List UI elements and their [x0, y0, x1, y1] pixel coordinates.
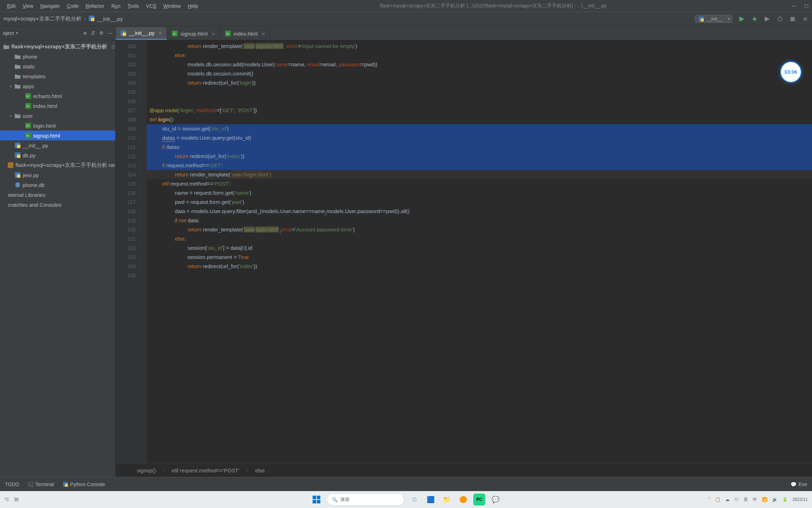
debug-button[interactable] — [751, 16, 758, 22]
clock[interactable]: 2022/11 — [793, 497, 808, 502]
tree-item-templates[interactable]: templates — [0, 71, 115, 81]
menu-vcs[interactable]: VCS — [142, 3, 160, 9]
tree-item-echarts-html[interactable]: Hecharts.html — [0, 91, 115, 101]
event-log[interactable]: Eve — [799, 482, 807, 487]
fold-column[interactable] — [140, 40, 147, 464]
chevron-up-icon[interactable]: ˄ — [708, 497, 710, 502]
system-tray[interactable]: ˄ 📋 ☁ 🛡 英 中 📶 🔊 🔋 2022/11 — [708, 497, 808, 503]
edge-icon[interactable]: 🟦 — [425, 494, 437, 506]
ime-mode[interactable]: 中 — [753, 497, 757, 503]
taskbar-search[interactable]: 🔍 搜索 — [327, 494, 404, 506]
breadcrumb-file[interactable]: __init__.py — [97, 16, 123, 22]
stop-button[interactable] — [789, 16, 796, 22]
start-button[interactable] — [310, 494, 322, 506]
todo-tool-window[interactable]: TODO — [5, 482, 19, 487]
tree-item-login-html[interactable]: Hlogin.html — [0, 121, 115, 131]
onedrive-icon[interactable]: ☁ — [725, 497, 730, 502]
svg-rect-13 — [791, 17, 795, 21]
task-view-button[interactable]: ⧉ — [408, 494, 420, 506]
svg-rect-43 — [65, 484, 68, 487]
menu-view[interactable]: View — [19, 3, 37, 9]
project-tree[interactable]: flask+mysql+scrapy+京东二手手机分析 D:\2022 phon… — [0, 40, 115, 477]
tab-__init__-py[interactable]: __init__.py× — [116, 27, 167, 40]
close-tab-icon[interactable]: × — [159, 30, 162, 36]
taskbar-weather[interactable]: °C朗 — [4, 497, 19, 503]
python-icon — [63, 482, 68, 487]
security-icon[interactable]: 🛡 — [734, 497, 739, 502]
project-tab-label[interactable]: oject — [3, 30, 14, 36]
editor-breadcrumbs[interactable]: signup()›elif request.method=='POST'›els… — [116, 464, 812, 477]
settings-icon[interactable]: ⚙ — [99, 30, 104, 36]
line-number-gutter[interactable]: 1001011021031041051061071081091101111121… — [116, 40, 140, 464]
event-log-icon[interactable]: 💬 — [791, 482, 796, 487]
tree-item-static[interactable]: static — [0, 61, 115, 71]
python-icon — [699, 17, 704, 22]
crumb-1[interactable]: elif request.method=='POST' — [172, 467, 239, 473]
tree-item-apps[interactable]: ▾apps — [0, 81, 115, 91]
code-content[interactable]: return render_template('user/signup.html… — [147, 40, 812, 464]
menu-tools[interactable]: Tools — [124, 3, 143, 9]
project-root-label: flask+mysql+scrapy+京东二手手机分析 — [11, 43, 107, 50]
hide-icon[interactable]: — — [108, 30, 112, 36]
terminal-tool-window[interactable]: Terminal — [28, 482, 54, 487]
windows-taskbar: °C朗 🔍 搜索 ⧉ 🟦 📁 🟠 PC 💬 ˄ 📋 ☁ 🛡 英 中 📶 🔊 🔋 … — [0, 491, 812, 508]
maximize-button[interactable]: ▢ — [804, 3, 808, 8]
crumb-2[interactable]: else — [255, 467, 265, 473]
python-console-tool-window[interactable]: Python Console — [63, 482, 105, 487]
expand-all-icon[interactable]: ⇵ — [91, 30, 95, 36]
pycharm-icon[interactable]: PC — [473, 494, 485, 506]
menu-refactor[interactable]: Refactor — [82, 3, 108, 9]
battery-icon[interactable]: 🔋 — [782, 497, 788, 502]
tree-item-db-py[interactable]: db.py — [0, 150, 115, 160]
svg-rect-3 — [701, 18, 704, 22]
volume-icon[interactable]: 🔊 — [772, 497, 777, 502]
chrome-icon[interactable]: 🟠 — [457, 494, 469, 506]
project-root[interactable]: flask+mysql+scrapy+京东二手手机分析 D:\2022 — [0, 42, 115, 52]
menu-help[interactable]: Help — [184, 3, 202, 9]
tray-app-icon[interactable]: 📋 — [715, 497, 720, 502]
tree-item-phone-db[interactable]: phone.db — [0, 180, 115, 190]
folder-icon — [4, 44, 9, 49]
profiler-button[interactable] — [777, 16, 783, 22]
run-button[interactable] — [739, 16, 745, 22]
explorer-icon[interactable]: 📁 — [441, 494, 453, 506]
search-everywhere-button[interactable] — [802, 16, 808, 22]
chevron-right-icon: › — [84, 16, 86, 22]
close-tab-icon[interactable]: × — [262, 31, 265, 37]
tree-item-user[interactable]: ▾user — [0, 111, 115, 121]
svg-rect-28 — [17, 155, 20, 158]
menu-navigate[interactable]: Navigate — [37, 3, 63, 9]
tree-item-flask-mysql-scrapy----------rar[interactable]: flask+mysql+scrapy+京东二手手机分析.rar — [0, 160, 115, 170]
chevron-down-icon[interactable]: ▾ — [16, 31, 18, 35]
locate-icon[interactable]: ⊕ — [83, 30, 87, 36]
code-editor[interactable]: 1001011021031041051061071081091101111121… — [116, 40, 812, 464]
close-tab-icon[interactable]: × — [212, 31, 215, 37]
ime-english[interactable]: 英 — [744, 497, 748, 503]
tree-item-signup-html[interactable]: Hsignup.html — [0, 131, 115, 140]
tree-item-index-html[interactable]: Hindex.html — [0, 101, 115, 111]
wifi-icon[interactable]: 📶 — [762, 497, 767, 502]
breadcrumb-root[interactable]: mysql+scrapy+京东二手手机分析 — [4, 16, 81, 22]
menu-edit[interactable]: Edit — [4, 3, 19, 9]
python-file-icon — [89, 16, 94, 22]
minimize-button[interactable]: — — [792, 3, 796, 8]
wechat-icon[interactable]: 💬 — [490, 494, 502, 506]
external-libraries[interactable]: xternal Libraries — [0, 190, 115, 200]
tree-item-jiexi-py[interactable]: jiexi.py — [0, 170, 115, 180]
terminal-icon — [28, 482, 33, 487]
tree-item-__init__-py[interactable]: __init__.py — [0, 140, 115, 150]
tree-item-phone[interactable]: phone — [0, 52, 115, 61]
tab-signup-html[interactable]: Hsignup.html× — [167, 27, 220, 40]
menu-run[interactable]: Run — [108, 3, 124, 9]
run-with-coverage-button[interactable] — [764, 16, 770, 22]
tab-index-html[interactable]: Hindex.html× — [220, 27, 270, 40]
editor-area: __init__.py×Hsignup.html×Hindex.html× 10… — [116, 26, 812, 477]
svg-rect-47 — [317, 500, 320, 503]
menu-window[interactable]: Window — [160, 3, 184, 9]
scratches-and-consoles[interactable]: cratches and Consoles — [0, 200, 115, 210]
bottom-tool-window-bar: TODO Terminal Python Console 💬 Eve — [0, 477, 812, 491]
svg-text:H: H — [26, 134, 29, 138]
menu-code[interactable]: Code — [63, 3, 82, 9]
crumb-0[interactable]: signup() — [137, 467, 156, 473]
run-config-selector[interactable]: __init__ — [695, 15, 732, 23]
